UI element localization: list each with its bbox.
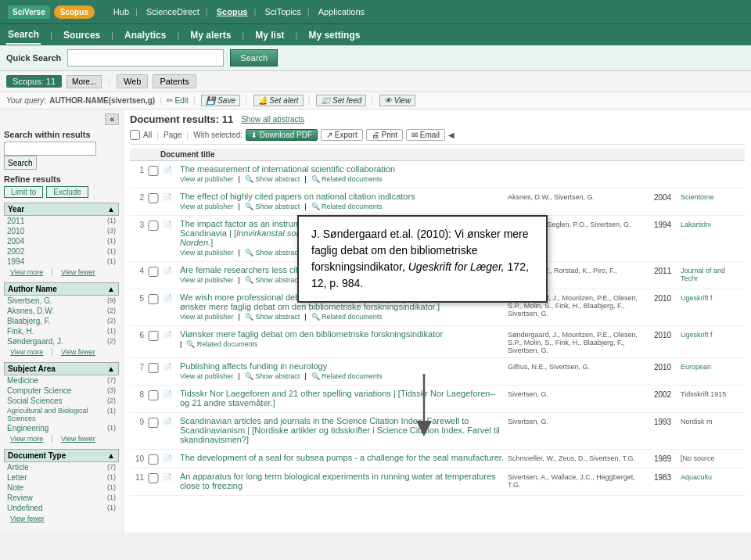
year-1994[interactable]: 1994(1) (4, 257, 119, 267)
refine-title: Refine results (4, 174, 119, 184)
nav-settings[interactable]: My settings (307, 27, 361, 44)
author-aksnes[interactable]: Aksnes, D.W.(2) (4, 306, 119, 316)
collapse-sidebar-button[interactable]: « (105, 113, 119, 125)
result-title-1[interactable]: The measurement of international scienti… (180, 164, 505, 174)
subject-social[interactable]: Social Sciences(2) (4, 396, 119, 406)
year-2004[interactable]: 2004(1) (4, 236, 119, 246)
show-abstract-7[interactable]: 🔍 Show abstract (245, 372, 300, 380)
show-abstracts-link[interactable]: Show all abstracts (241, 115, 304, 124)
quick-search-input[interactable] (67, 49, 224, 66)
nav-sources[interactable]: Sources (62, 27, 102, 44)
more-button[interactable]: More... (66, 75, 102, 88)
download-pdf-button[interactable]: ⬇ Download PDF (246, 129, 318, 141)
save-btn[interactable]: 💾 Save (201, 95, 240, 106)
subject-filter-header[interactable]: Subject Area ▲ (4, 362, 119, 375)
view-publisher-4[interactable]: View at publisher (180, 276, 233, 284)
result-checkbox-6[interactable] (147, 331, 160, 341)
more-options[interactable]: ◀ (448, 131, 455, 139)
select-all-checkbox[interactable] (130, 130, 140, 140)
show-abstract-4[interactable]: 🔍 Show abstract (245, 276, 300, 284)
related-docs-1[interactable]: 🔍 Related documents (311, 175, 383, 183)
year-2010[interactable]: 2010(3) (4, 226, 119, 236)
subject-agri[interactable]: Agricultural and Biological Sciences(1) (4, 406, 119, 423)
related-docs-7[interactable]: 🔍 Related documents (311, 372, 383, 380)
nav-mylist[interactable]: My list (253, 27, 286, 44)
set-feed-btn[interactable]: 📰 Set feed (316, 95, 366, 106)
author-sondergaard[interactable]: Søndergaard, J.(2) (4, 336, 119, 346)
exclude-button[interactable]: Exclude (46, 186, 88, 198)
applications-link[interactable]: Applications (318, 7, 365, 16)
doctype-filter-header[interactable]: Document Type ▲ (4, 449, 119, 462)
limit-to-button[interactable]: Limit to (4, 186, 43, 198)
quick-search-button[interactable]: Search (230, 49, 278, 66)
tab-patents[interactable]: Patents (153, 74, 196, 88)
result-checkbox-9[interactable] (147, 418, 160, 428)
set-alert-btn[interactable]: 🔔 Set alert (253, 95, 304, 106)
view-publisher-2[interactable]: View at publisher (180, 203, 233, 210)
show-abstract-3[interactable]: 🔍 Show abstract (245, 249, 300, 257)
result-title-7[interactable]: Publishing affects funding in neurology (180, 361, 505, 371)
nav-alerts[interactable]: My alerts (189, 27, 232, 44)
print-button[interactable]: 🖨 Print (366, 129, 403, 141)
result-year-3: 1994 (648, 221, 677, 229)
nav-analytics[interactable]: Analytics (123, 27, 167, 44)
view-publisher-7[interactable]: View at publisher (180, 372, 233, 380)
result-title-8[interactable]: Tidsskr Nor Laegeforen and 21 other spel… (180, 389, 505, 407)
nav-search[interactable]: Search (6, 26, 41, 45)
scitopics-link[interactable]: SciTopics (264, 7, 300, 16)
scopus-count: Scopus: 11 (6, 75, 62, 88)
show-abstract-2[interactable]: 🔍 Show abstract (245, 203, 300, 210)
related-docs-6[interactable]: 🔍 Related documents (186, 340, 257, 348)
author-filter-header[interactable]: Author Name ▲ (4, 282, 119, 296)
author-blaabjerg[interactable]: Blaabjerg, F.(2) (4, 316, 119, 326)
doctype-note[interactable]: Note(1) (4, 483, 119, 493)
subject-eng[interactable]: Engineering(1) (4, 423, 119, 433)
export-button[interactable]: ↗ Export (321, 129, 363, 141)
edit-query-link[interactable]: ✏ Edit (167, 96, 189, 105)
author-sivertsen[interactable]: Sivertsen, G.(9) (4, 296, 119, 306)
doctype-letter[interactable]: Letter(1) (4, 472, 119, 483)
view-publisher-3[interactable]: View at publisher (180, 249, 233, 257)
result-title-10[interactable]: The development of a seal for subsea pum… (180, 453, 505, 462)
tab-web[interactable]: Web (117, 74, 148, 88)
hub-link[interactable]: Hub (113, 7, 129, 16)
view-publisher-1[interactable]: View at publisher (180, 175, 233, 183)
related-docs-5[interactable]: 🔍 Related documents (311, 313, 383, 321)
view-publisher-5[interactable]: View at publisher (180, 313, 233, 321)
scopus-link[interactable]: Scopus (217, 7, 248, 16)
year-2011[interactable]: 2011(1) (4, 216, 119, 226)
result-title-6[interactable]: Viønsker mere faglig debat om den biblio… (180, 329, 505, 339)
result-year-5: 2010 (648, 294, 677, 303)
subject-medicine[interactable]: Medicine(7) (4, 375, 119, 386)
show-abstract-5[interactable]: 🔍 Show abstract (245, 313, 300, 321)
result-checkbox-3[interactable] (147, 221, 160, 231)
view-btn[interactable]: 👁 View (379, 95, 415, 106)
doctype-article[interactable]: Article(7) (4, 462, 119, 472)
result-title-11[interactable]: An apparatus for long term biological ex… (180, 472, 505, 490)
year-filter-header[interactable]: Year ▲ (4, 203, 119, 216)
result-checkbox-5[interactable] (147, 294, 160, 304)
email-button[interactable]: ✉ Email (406, 129, 445, 141)
doctype-review[interactable]: Review(1) (4, 493, 119, 503)
search-within-button[interactable]: Search (4, 156, 37, 170)
subject-compsci[interactable]: Computer Science(3) (4, 386, 119, 396)
result-checkbox-8[interactable] (147, 390, 160, 400)
year-2002[interactable]: 2002(1) (4, 246, 119, 257)
doc-icon-8: 📄 (163, 390, 177, 399)
author-fink[interactable]: Fink, H.(1) (4, 326, 119, 336)
result-checkbox-1[interactable] (147, 166, 160, 176)
result-checkbox-4[interactable] (147, 267, 160, 277)
result-title-2[interactable]: The effect of highly cited papers on nat… (180, 192, 505, 201)
result-checkbox-11[interactable] (147, 473, 160, 483)
result-checkbox-10[interactable] (147, 454, 160, 465)
col-author-header (503, 150, 644, 159)
show-abstract-1[interactable]: 🔍 Show abstract (245, 175, 300, 183)
result-checkbox-2[interactable] (147, 193, 160, 203)
result-title-9[interactable]: Scandinavian articles and journals in th… (180, 416, 505, 444)
doctype-undefined[interactable]: Undefined(1) (4, 503, 119, 513)
result-checkbox-7[interactable] (147, 363, 160, 373)
print-icon: 🖨 (372, 131, 379, 139)
search-within-input[interactable] (4, 142, 96, 156)
related-docs-2[interactable]: 🔍 Related documents (311, 203, 383, 210)
sciencedirect-link[interactable]: ScienceDirect (146, 7, 199, 16)
